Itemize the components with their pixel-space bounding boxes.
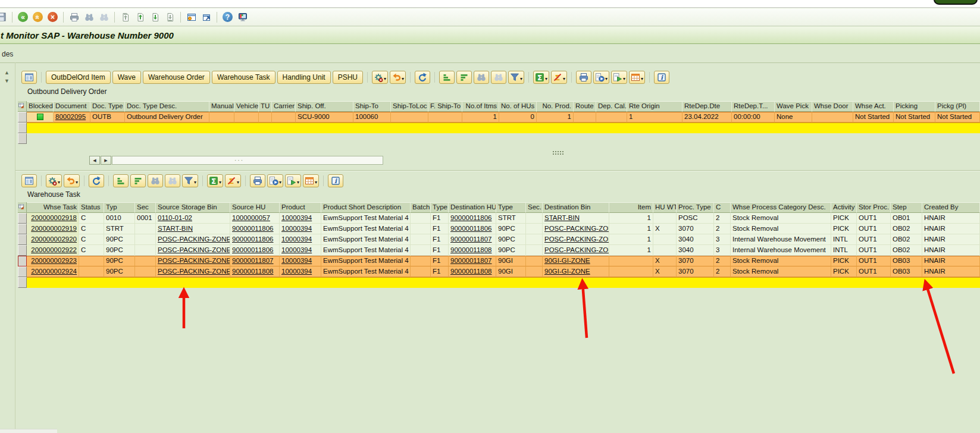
col-batch[interactable]: Batch (411, 202, 431, 213)
cancel-icon[interactable]: × (46, 10, 60, 24)
link-product[interactable]: 10000394 (281, 214, 312, 221)
link-destination-hu[interactable]: 90000011807 (450, 236, 492, 243)
link-destination-bin[interactable]: POSC-PACKING-ZONE (544, 246, 609, 253)
undo-icon[interactable]: ▾ (390, 71, 406, 84)
row-selector[interactable] (18, 234, 27, 245)
left-splitter[interactable] (15, 62, 15, 433)
scroll-left-icon[interactable]: ◀ (89, 156, 100, 165)
col-source-hu[interactable]: Source HU (230, 202, 280, 213)
print-icon[interactable] (67, 10, 81, 24)
link-source-hu[interactable]: 90000011808 (232, 268, 274, 275)
info-icon[interactable]: i (328, 174, 343, 187)
col-status[interactable]: Status (79, 202, 104, 213)
row-selector[interactable] (18, 133, 27, 144)
warehouse-order-button[interactable]: Warehouse Order (143, 71, 210, 84)
link-product[interactable]: 10000394 (281, 236, 312, 243)
print-grid-icon[interactable] (576, 71, 591, 84)
scroll-down-icon[interactable]: ▼ (4, 79, 10, 84)
link-whse-task[interactable]: 200000002923 (31, 257, 77, 264)
new-session-icon[interactable] (184, 10, 198, 24)
scroll-right-icon[interactable]: ▶ (101, 156, 111, 165)
link-source-hu[interactable]: 90000011806 (232, 225, 274, 232)
export-file-icon[interactable]: ▾ (611, 71, 627, 84)
col-created-by[interactable]: Created By (922, 202, 980, 213)
scrollbar-grip[interactable]: ··· (234, 159, 244, 162)
link-source-storage-bin[interactable]: 0110-01-02 (158, 214, 192, 221)
col-product[interactable]: Product (280, 202, 321, 213)
pane-splitter-grip[interactable] (552, 150, 564, 155)
col-stor-proc[interactable]: Stor Proc. (857, 202, 891, 213)
link-destination-hu[interactable]: 90000011807 (450, 257, 492, 264)
link-destination-bin[interactable]: POSC-PACKING-ZONE (544, 236, 609, 243)
link-destination-hu[interactable]: 90000011806 (450, 214, 492, 221)
handling-unit-button[interactable]: Handling Unit (277, 71, 331, 84)
row-selector[interactable] (18, 213, 27, 224)
col-doc-type[interactable]: Doc. Type (90, 101, 125, 112)
save-icon[interactable] (0, 10, 8, 24)
col-step[interactable]: Step (891, 202, 922, 213)
pshu-button[interactable]: PSHU (333, 71, 363, 84)
wave-button[interactable]: Wave (112, 71, 141, 84)
link-destination-bin[interactable]: 90GI-GI-ZONE (544, 268, 590, 275)
page-down-icon[interactable] (148, 10, 162, 24)
col-f-ship-to[interactable]: F. Ship-To (428, 101, 462, 112)
views-icon[interactable]: ▾ (629, 71, 645, 84)
export-icon[interactable]: ▾ (267, 174, 283, 187)
settings-icon[interactable]: ▾ (46, 174, 62, 187)
col-route[interactable]: Route (574, 101, 596, 112)
link-source-storage-bin[interactable]: START-BIN (158, 225, 193, 232)
link-product[interactable]: 10000394 (281, 257, 312, 264)
page-up-icon[interactable] (133, 10, 147, 24)
col-c[interactable]: C (714, 202, 731, 213)
col-ship-to[interactable]: Ship-To (353, 101, 391, 112)
subtotal-icon[interactable]: Σ▾ (225, 174, 241, 187)
refresh-icon[interactable] (415, 71, 430, 84)
col-whse-process-category-desc[interactable]: Whse Process Category Desc. (731, 202, 831, 213)
row-selector[interactable] (18, 112, 27, 123)
link-source-hu[interactable]: 1000000057 (232, 214, 270, 221)
row-selector[interactable] (18, 224, 27, 234)
sort-asc-icon[interactable] (439, 71, 455, 84)
export-file-icon[interactable]: ▾ (285, 174, 301, 187)
sort-desc-icon[interactable] (456, 71, 472, 84)
col-blocked[interactable]: Blocked (27, 101, 54, 112)
sort-desc-icon[interactable] (130, 174, 146, 187)
col-picking[interactable]: Picking (894, 101, 935, 112)
warehouse-task-button[interactable]: Warehouse Task (212, 71, 275, 84)
col-whse-act[interactable]: Whse Act. (853, 101, 894, 112)
col-no-of-hus[interactable]: No. of HUs (499, 101, 537, 112)
col-type[interactable]: Type (496, 202, 526, 213)
find-next-icon[interactable] (165, 174, 180, 187)
outbdelord-item-button[interactable]: OutbDelOrd Item (46, 71, 111, 84)
col-doc-type-desc[interactable]: Doc. Type Desc. (125, 101, 209, 112)
link-destination-hu[interactable]: 90000011806 (450, 225, 492, 232)
col-ship-off[interactable]: Ship. Off. (296, 101, 353, 112)
col-rtedep-t[interactable]: RteDep.T... (732, 101, 775, 112)
link-source-storage-bin[interactable]: POSC-PACKING-ZONE (158, 257, 230, 264)
col-proc-type[interactable]: Proc. Type (677, 202, 714, 213)
exit-icon[interactable]: « (31, 10, 45, 24)
select-all-button[interactable] (18, 202, 27, 213)
detail-icon[interactable] (21, 174, 37, 187)
link-product[interactable]: 10000394 (281, 246, 312, 253)
col-carrier[interactable]: Carrier (272, 101, 296, 112)
find-next-icon[interactable] (97, 10, 111, 24)
col-destination-bin[interactable]: Destination Bin (543, 202, 609, 213)
col-item[interactable]: Item (609, 202, 653, 213)
col-manually[interactable]: Manually (209, 101, 234, 112)
row-selector[interactable] (18, 123, 27, 133)
print-grid-icon[interactable] (250, 174, 265, 187)
col-activity[interactable]: Activity (831, 202, 857, 213)
undo-icon[interactable]: ▾ (64, 174, 80, 187)
link-destination-bin[interactable]: 90GI-GI-ZONE (544, 257, 590, 264)
link-whse-task[interactable]: 200000002918 (31, 214, 77, 221)
last-page-icon[interactable] (163, 10, 177, 24)
scrollbar-track[interactable]: ··· (112, 156, 383, 165)
col-rtedep-dte[interactable]: RteDep.Dte (682, 101, 732, 112)
col-destination-hu[interactable]: Destination HU (449, 202, 496, 213)
col-source-storage-bin[interactable]: Source Storage Bin (156, 202, 230, 213)
col-whse-door[interactable]: Whse Door (812, 101, 853, 112)
link-source-hu[interactable]: 90000011807 (232, 257, 274, 264)
col-sec[interactable]: Sec (135, 202, 156, 213)
create-shortcut-icon[interactable] (199, 10, 213, 24)
